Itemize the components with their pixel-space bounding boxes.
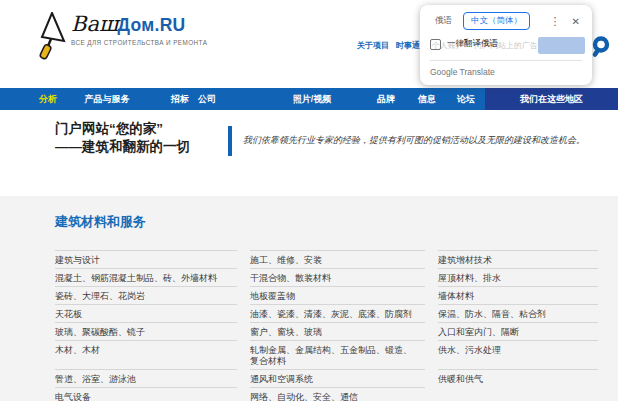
category-link[interactable]: 入口和室内门、隔断 xyxy=(438,322,598,340)
category-link[interactable]: 油漆、瓷漆、清漆、灰泥、底漆、防腐剂 xyxy=(250,304,425,322)
category-cell-empty xyxy=(438,387,598,401)
trowel-logo-icon xyxy=(38,12,66,66)
category-link[interactable]: 干混合物、散装材料 xyxy=(250,268,425,286)
nav-item-tenders[interactable]: 招标 xyxy=(171,88,189,110)
nav-item-regions-label: 我们在这些地区 xyxy=(520,93,583,106)
nav-item-forum[interactable]: 论坛 xyxy=(457,88,475,110)
main-navigation: 分析 产品与服务 招标 公司 照片/视频 品牌 信息 论坛 我们在这些地区 xyxy=(0,88,618,110)
category-link[interactable]: 供水、污水处理 xyxy=(438,340,598,369)
header-link-about[interactable]: 关于项目 xyxy=(357,40,389,51)
hero-title-line2: ——建筑和翻新的一切 xyxy=(55,138,190,156)
category-link[interactable]: 施工、维修、安装 xyxy=(250,250,425,268)
hero-title: 门户网站“您的家” ——建筑和翻新的一切 xyxy=(55,120,190,156)
nav-item-photo-video[interactable]: 照片/视频 xyxy=(293,88,332,110)
category-link[interactable]: 地板覆盖物 xyxy=(250,286,425,304)
category-link[interactable]: 供暖和供气 xyxy=(438,369,598,387)
search-button[interactable] xyxy=(589,35,613,59)
category-link[interactable]: 通风和空调系统 xyxy=(250,369,425,387)
category-link[interactable]: 屋顶材料、排水 xyxy=(438,268,598,286)
category-link[interactable]: 电气设备 xyxy=(55,387,237,401)
translate-tab-source-language[interactable]: 俄语 xyxy=(430,12,457,30)
site-logo[interactable]: Ваш Дом.RU ВСЕ ДЛЯ СТРОИТЕЛЬСТВА И РЕМОН… xyxy=(38,12,207,66)
category-link[interactable]: 玻璃、聚碳酸酯、镜子 xyxy=(55,322,237,340)
close-icon[interactable]: ✕ xyxy=(570,16,582,27)
header-cta-button-faded[interactable] xyxy=(538,37,585,54)
hero-title-line1: 门户网站“您的家” xyxy=(55,120,190,138)
brand-name-bold: Дом.RU xyxy=(117,15,185,36)
category-link[interactable]: 窗户、窗块、玻璃 xyxy=(250,322,425,340)
nav-item-analysis[interactable]: 分析 xyxy=(39,88,57,110)
brand-name-italic: Ваш xyxy=(71,12,118,36)
category-grid: 建筑与设计 施工、维修、安装 建筑增材技术 混凝土、钢筋混凝土制品、砖、外墙材料… xyxy=(55,250,572,401)
catalog-heading: 建筑材料和服务 xyxy=(55,213,146,231)
kebab-menu-icon[interactable]: ⋮ xyxy=(547,15,564,28)
category-link[interactable]: 建筑与设计 xyxy=(55,250,237,268)
translate-tab-target-language[interactable]: 中文（简体） xyxy=(463,12,530,30)
search-icon xyxy=(589,45,613,62)
category-link[interactable]: 轧制金属、金属结构、五金制品、锻造、复合材料 xyxy=(250,340,425,369)
logo-text: Ваш Дом.RU ВСЕ ДЛЯ СТРОИТЕЛЬСТВА И РЕМОН… xyxy=(71,12,207,46)
nav-item-info[interactable]: 信息 xyxy=(418,88,436,110)
hero-accent-bar xyxy=(228,126,232,156)
brand-tagline: ВСЕ ДЛЯ СТРОИТЕЛЬСТВА И РЕМОНТА xyxy=(71,39,207,46)
category-link[interactable]: 网络、自动化、安全、通信 xyxy=(250,387,425,401)
category-link[interactable]: 墙体材料 xyxy=(438,286,598,304)
category-link[interactable]: 管道、浴室、游泳池 xyxy=(55,369,237,387)
page: Ваш Дом.RU ВСЕ ДЛЯ СТРОИТЕЛЬСТВА И РЕМОН… xyxy=(0,0,618,401)
category-link[interactable]: 木材、木材 xyxy=(55,340,237,369)
nav-item-brands[interactable]: 品牌 xyxy=(377,88,395,110)
header-link-account-faded[interactable]: 个人账户 xyxy=(432,40,464,51)
category-link[interactable]: 保温、防水、隔音、粘合剂 xyxy=(438,304,598,322)
nav-item-regions[interactable]: 我们在这些地区 xyxy=(485,88,618,110)
hero-description: 我们依靠领先行业专家的经验，提供有利可图的促销活动以及无限的建设和改造机会。 xyxy=(243,134,608,146)
category-link[interactable]: 混凝土、钢筋混凝土制品、砖、外墙材料 xyxy=(55,268,237,286)
google-translate-footer-label: Google Translate xyxy=(430,60,582,77)
category-link[interactable]: 天花板 xyxy=(55,304,237,322)
category-link[interactable]: 瓷砖、大理石、花岗岩 xyxy=(55,286,237,304)
nav-item-products[interactable]: 产品与服务 xyxy=(85,88,130,110)
category-link[interactable]: 建筑增材技术 xyxy=(438,250,598,268)
nav-item-companies[interactable]: 公司 xyxy=(198,88,216,110)
header-link-advertising-faded[interactable]: 门户网站上的广告 xyxy=(474,40,538,51)
